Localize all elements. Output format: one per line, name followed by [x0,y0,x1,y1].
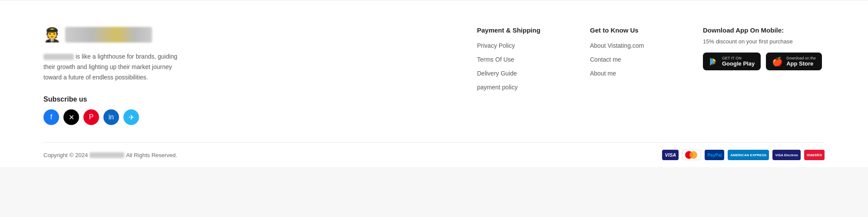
about-vistating-link[interactable]: About Vistating.com [590,42,644,49]
google-play-icon [709,57,719,66]
copyright-suffix: All Rights Reserved. [126,152,177,158]
list-item: Delivery Guide [477,69,573,77]
logo-text [65,27,152,43]
google-play-bottom: Google Play [722,60,755,67]
footer: 🧑‍✈️ is like a lighthouse for brands, gu… [0,0,868,167]
mastercard-icon [682,150,701,160]
list-item: Terms Of Use [477,56,573,63]
list-item: Privacy Policy [477,42,573,49]
download-app-title: Download App On Mobile: [703,26,825,34]
maestro-icon: maestro [804,150,825,160]
payment-policy-link[interactable]: payment policy [477,84,517,91]
app-store-text: Download on the App Store [786,56,816,67]
footer-col-about: Get to Know Us About Vistating.com Conta… [590,26,686,125]
brand-logo: 🧑‍✈️ [43,26,226,43]
get-to-know-links: About Vistating.com Contact me About me [590,42,686,77]
contact-me-link[interactable]: Contact me [590,56,621,63]
footer-col-payment: Payment & Shipping Privacy Policy Terms … [477,26,573,125]
list-item: payment policy [477,83,573,91]
list-item: About me [590,69,686,77]
apple-icon: 🍎 [772,56,783,67]
social-telegram[interactable]: ✈ [123,109,139,125]
amex-icon: AMERICAN EXPRESS [728,150,769,160]
subscribe-label: Subscribe us [43,95,226,103]
visa-card-icon: VISA [662,150,679,160]
copyright: Copyright © 2024 All Rights Reserved. [43,152,177,158]
copyright-year: 2024 [75,152,88,158]
list-item: Contact me [590,56,686,63]
mc-right-circle [689,151,697,159]
footer-main: 🧑‍✈️ is like a lighthouse for brands, gu… [43,26,825,142]
footer-col-app: Download App On Mobile: 15% discount on … [703,26,825,125]
list-item: About Vistating.com [590,42,686,49]
privacy-policy-link[interactable]: Privacy Policy [477,42,515,49]
copyright-prefix: Copyright [43,152,68,158]
app-buttons: GET IT ON Google Play 🍎 Download on the … [703,53,825,70]
social-twitter[interactable]: ✕ [63,109,79,125]
brand-description: is like a lighthouse for brands, guiding… [43,52,182,82]
paypal-icon: PayPal [705,150,724,160]
google-play-button[interactable]: GET IT ON Google Play [703,53,761,70]
app-store-button[interactable]: 🍎 Download on the App Store [766,53,822,70]
get-to-know-title: Get to Know Us [590,26,686,34]
footer-spacer [243,26,460,125]
social-icons: f ✕ P in ✈ [43,109,226,125]
footer-bottom: Copyright © 2024 All Rights Reserved. VI… [43,142,825,167]
social-facebook[interactable]: f [43,109,59,125]
logo-icon: 🧑‍✈️ [43,26,61,43]
mc-circles [685,151,698,159]
app-store-top: Download on the [786,56,816,60]
about-me-link[interactable]: About me [590,70,616,77]
app-discount-text: 15% discount on your first purchase [703,38,825,45]
blurred-brand-name [43,54,74,60]
google-play-top: GET IT ON [722,56,755,60]
footer-brand: 🧑‍✈️ is like a lighthouse for brands, gu… [43,26,226,125]
terms-of-use-link[interactable]: Terms Of Use [477,56,514,63]
brand-name-blurred [89,152,124,158]
google-play-text: GET IT ON Google Play [722,56,755,67]
copyright-symbol: © [70,152,74,158]
social-linkedin[interactable]: in [103,109,119,125]
payment-shipping-title: Payment & Shipping [477,26,573,34]
delivery-guide-link[interactable]: Delivery Guide [477,70,517,77]
payment-shipping-links: Privacy Policy Terms Of Use Delivery Gui… [477,42,573,91]
payment-icons: VISA PayPal AMERICAN EXPRESS VISA Electr… [662,150,825,160]
app-store-bottom: App Store [786,60,816,67]
visa-electron-icon: VISA Electron [772,150,801,160]
social-pinterest[interactable]: P [83,109,99,125]
